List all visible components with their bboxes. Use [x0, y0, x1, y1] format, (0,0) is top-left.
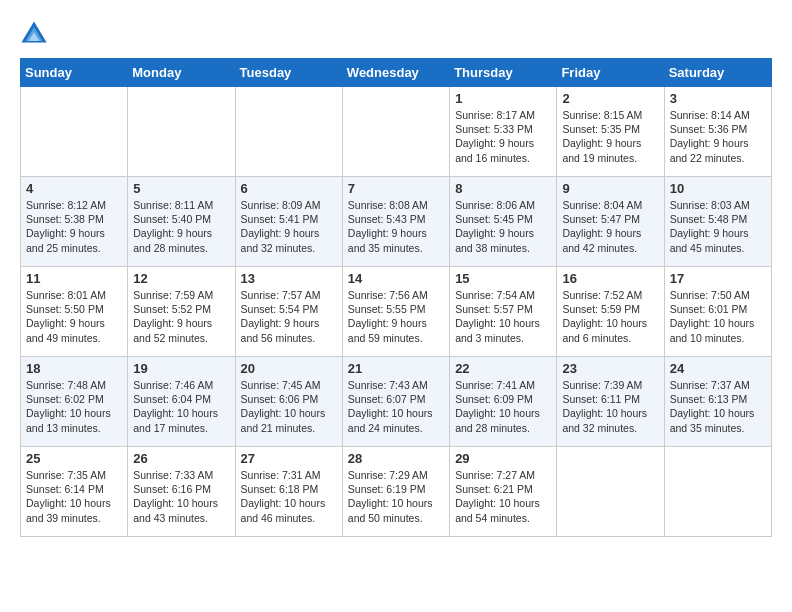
day-number: 26 — [133, 451, 229, 466]
weekday-header-cell: Sunday — [21, 59, 128, 87]
day-number: 11 — [26, 271, 122, 286]
day-number: 4 — [26, 181, 122, 196]
day-number: 23 — [562, 361, 658, 376]
day-info: Sunrise: 8:01 AM Sunset: 5:50 PM Dayligh… — [26, 288, 122, 345]
day-number: 24 — [670, 361, 766, 376]
day-number: 27 — [241, 451, 337, 466]
calendar-cell — [664, 447, 771, 537]
calendar-cell — [128, 87, 235, 177]
calendar-week: 4Sunrise: 8:12 AM Sunset: 5:38 PM Daylig… — [21, 177, 772, 267]
day-number: 29 — [455, 451, 551, 466]
day-info: Sunrise: 8:03 AM Sunset: 5:48 PM Dayligh… — [670, 198, 766, 255]
day-number: 9 — [562, 181, 658, 196]
weekday-header-cell: Monday — [128, 59, 235, 87]
calendar-cell: 23Sunrise: 7:39 AM Sunset: 6:11 PM Dayli… — [557, 357, 664, 447]
calendar-week: 18Sunrise: 7:48 AM Sunset: 6:02 PM Dayli… — [21, 357, 772, 447]
calendar-week: 1Sunrise: 8:17 AM Sunset: 5:33 PM Daylig… — [21, 87, 772, 177]
calendar-cell: 28Sunrise: 7:29 AM Sunset: 6:19 PM Dayli… — [342, 447, 449, 537]
day-info: Sunrise: 8:06 AM Sunset: 5:45 PM Dayligh… — [455, 198, 551, 255]
calendar-week: 11Sunrise: 8:01 AM Sunset: 5:50 PM Dayli… — [21, 267, 772, 357]
calendar-cell: 1Sunrise: 8:17 AM Sunset: 5:33 PM Daylig… — [450, 87, 557, 177]
header — [20, 20, 772, 48]
day-number: 10 — [670, 181, 766, 196]
calendar-cell: 7Sunrise: 8:08 AM Sunset: 5:43 PM Daylig… — [342, 177, 449, 267]
day-info: Sunrise: 7:50 AM Sunset: 6:01 PM Dayligh… — [670, 288, 766, 345]
calendar-body: 1Sunrise: 8:17 AM Sunset: 5:33 PM Daylig… — [21, 87, 772, 537]
calendar-cell: 24Sunrise: 7:37 AM Sunset: 6:13 PM Dayli… — [664, 357, 771, 447]
calendar-cell: 9Sunrise: 8:04 AM Sunset: 5:47 PM Daylig… — [557, 177, 664, 267]
day-number: 15 — [455, 271, 551, 286]
day-info: Sunrise: 7:43 AM Sunset: 6:07 PM Dayligh… — [348, 378, 444, 435]
day-info: Sunrise: 7:52 AM Sunset: 5:59 PM Dayligh… — [562, 288, 658, 345]
calendar-cell: 20Sunrise: 7:45 AM Sunset: 6:06 PM Dayli… — [235, 357, 342, 447]
calendar-cell: 3Sunrise: 8:14 AM Sunset: 5:36 PM Daylig… — [664, 87, 771, 177]
day-number: 19 — [133, 361, 229, 376]
calendar-cell — [557, 447, 664, 537]
day-info: Sunrise: 7:46 AM Sunset: 6:04 PM Dayligh… — [133, 378, 229, 435]
calendar-cell: 5Sunrise: 8:11 AM Sunset: 5:40 PM Daylig… — [128, 177, 235, 267]
day-number: 17 — [670, 271, 766, 286]
weekday-header: SundayMondayTuesdayWednesdayThursdayFrid… — [21, 59, 772, 87]
day-info: Sunrise: 7:27 AM Sunset: 6:21 PM Dayligh… — [455, 468, 551, 525]
day-number: 20 — [241, 361, 337, 376]
day-number: 12 — [133, 271, 229, 286]
day-number: 28 — [348, 451, 444, 466]
day-info: Sunrise: 7:57 AM Sunset: 5:54 PM Dayligh… — [241, 288, 337, 345]
day-number: 1 — [455, 91, 551, 106]
weekday-header-cell: Saturday — [664, 59, 771, 87]
day-info: Sunrise: 8:04 AM Sunset: 5:47 PM Dayligh… — [562, 198, 658, 255]
day-info: Sunrise: 7:59 AM Sunset: 5:52 PM Dayligh… — [133, 288, 229, 345]
calendar-cell: 6Sunrise: 8:09 AM Sunset: 5:41 PM Daylig… — [235, 177, 342, 267]
weekday-header-cell: Thursday — [450, 59, 557, 87]
calendar-cell — [235, 87, 342, 177]
calendar-cell — [342, 87, 449, 177]
day-info: Sunrise: 8:15 AM Sunset: 5:35 PM Dayligh… — [562, 108, 658, 165]
calendar-cell — [21, 87, 128, 177]
day-number: 14 — [348, 271, 444, 286]
day-info: Sunrise: 8:14 AM Sunset: 5:36 PM Dayligh… — [670, 108, 766, 165]
weekday-header-cell: Friday — [557, 59, 664, 87]
day-number: 3 — [670, 91, 766, 106]
day-info: Sunrise: 7:45 AM Sunset: 6:06 PM Dayligh… — [241, 378, 337, 435]
day-info: Sunrise: 7:54 AM Sunset: 5:57 PM Dayligh… — [455, 288, 551, 345]
weekday-header-cell: Tuesday — [235, 59, 342, 87]
calendar-cell: 15Sunrise: 7:54 AM Sunset: 5:57 PM Dayli… — [450, 267, 557, 357]
calendar-cell: 4Sunrise: 8:12 AM Sunset: 5:38 PM Daylig… — [21, 177, 128, 267]
calendar-cell: 17Sunrise: 7:50 AM Sunset: 6:01 PM Dayli… — [664, 267, 771, 357]
calendar-cell: 10Sunrise: 8:03 AM Sunset: 5:48 PM Dayli… — [664, 177, 771, 267]
day-info: Sunrise: 7:41 AM Sunset: 6:09 PM Dayligh… — [455, 378, 551, 435]
calendar-cell: 27Sunrise: 7:31 AM Sunset: 6:18 PM Dayli… — [235, 447, 342, 537]
calendar-cell: 16Sunrise: 7:52 AM Sunset: 5:59 PM Dayli… — [557, 267, 664, 357]
day-number: 6 — [241, 181, 337, 196]
calendar-cell: 12Sunrise: 7:59 AM Sunset: 5:52 PM Dayli… — [128, 267, 235, 357]
day-number: 25 — [26, 451, 122, 466]
day-info: Sunrise: 7:33 AM Sunset: 6:16 PM Dayligh… — [133, 468, 229, 525]
day-info: Sunrise: 7:48 AM Sunset: 6:02 PM Dayligh… — [26, 378, 122, 435]
calendar-cell: 19Sunrise: 7:46 AM Sunset: 6:04 PM Dayli… — [128, 357, 235, 447]
day-info: Sunrise: 7:29 AM Sunset: 6:19 PM Dayligh… — [348, 468, 444, 525]
calendar-cell: 18Sunrise: 7:48 AM Sunset: 6:02 PM Dayli… — [21, 357, 128, 447]
day-number: 22 — [455, 361, 551, 376]
calendar: SundayMondayTuesdayWednesdayThursdayFrid… — [20, 58, 772, 537]
day-number: 21 — [348, 361, 444, 376]
calendar-cell: 8Sunrise: 8:06 AM Sunset: 5:45 PM Daylig… — [450, 177, 557, 267]
day-info: Sunrise: 8:08 AM Sunset: 5:43 PM Dayligh… — [348, 198, 444, 255]
calendar-cell: 11Sunrise: 8:01 AM Sunset: 5:50 PM Dayli… — [21, 267, 128, 357]
calendar-cell: 26Sunrise: 7:33 AM Sunset: 6:16 PM Dayli… — [128, 447, 235, 537]
day-number: 8 — [455, 181, 551, 196]
day-info: Sunrise: 8:12 AM Sunset: 5:38 PM Dayligh… — [26, 198, 122, 255]
day-info: Sunrise: 7:37 AM Sunset: 6:13 PM Dayligh… — [670, 378, 766, 435]
day-info: Sunrise: 8:11 AM Sunset: 5:40 PM Dayligh… — [133, 198, 229, 255]
logo-icon — [20, 20, 48, 48]
day-number: 5 — [133, 181, 229, 196]
weekday-header-cell: Wednesday — [342, 59, 449, 87]
day-info: Sunrise: 7:39 AM Sunset: 6:11 PM Dayligh… — [562, 378, 658, 435]
day-info: Sunrise: 8:09 AM Sunset: 5:41 PM Dayligh… — [241, 198, 337, 255]
day-info: Sunrise: 8:17 AM Sunset: 5:33 PM Dayligh… — [455, 108, 551, 165]
calendar-cell: 25Sunrise: 7:35 AM Sunset: 6:14 PM Dayli… — [21, 447, 128, 537]
day-number: 13 — [241, 271, 337, 286]
day-info: Sunrise: 7:35 AM Sunset: 6:14 PM Dayligh… — [26, 468, 122, 525]
calendar-cell: 29Sunrise: 7:27 AM Sunset: 6:21 PM Dayli… — [450, 447, 557, 537]
calendar-week: 25Sunrise: 7:35 AM Sunset: 6:14 PM Dayli… — [21, 447, 772, 537]
day-info: Sunrise: 7:31 AM Sunset: 6:18 PM Dayligh… — [241, 468, 337, 525]
